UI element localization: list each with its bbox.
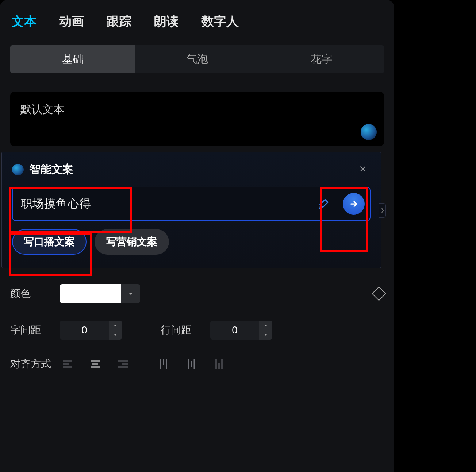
align-label: 对齐方式 (10, 357, 54, 371)
divider (10, 84, 384, 84)
tab-tracking[interactable]: 跟踪 (107, 13, 131, 30)
chevron-up-icon (264, 324, 268, 327)
line-spacing-stepper[interactable]: 0 (210, 321, 272, 340)
char-spacing-value: 0 (60, 324, 109, 336)
text-properties: 颜色 字间距 0 行间距 0 (10, 284, 384, 371)
smart-copy-title: 智能文案 (30, 162, 73, 177)
chip-narration-copy[interactable]: 写口播文案 (12, 229, 87, 255)
char-spacing-label: 字间距 (10, 323, 54, 337)
color-picker[interactable] (60, 284, 140, 303)
expand-handle[interactable] (379, 203, 386, 218)
smart-copy-header: 智能文案 (12, 161, 371, 178)
text-panel: 文本 动画 跟踪 朗读 数字人 基础 气泡 花字 默认文本 智能文案 (0, 0, 394, 472)
subtab-fancy[interactable]: 花字 (260, 45, 384, 73)
char-spacing-up[interactable] (109, 321, 122, 330)
smart-copy-input[interactable] (13, 187, 311, 220)
line-spacing-value: 0 (210, 324, 259, 336)
align-group (60, 357, 227, 371)
align-row: 对齐方式 (10, 357, 384, 371)
ai-orb-button[interactable] (361, 124, 377, 140)
line-spacing-label: 行间距 (161, 323, 204, 337)
magic-wand-button[interactable] (311, 197, 336, 210)
tab-text[interactable]: 文本 (12, 13, 37, 30)
line-spacing-down[interactable] (259, 330, 272, 340)
color-dropdown[interactable] (121, 284, 140, 303)
valign-middle-icon (187, 359, 196, 370)
subtab-bubble[interactable]: 气泡 (135, 45, 259, 73)
send-button[interactable] (343, 193, 365, 215)
text-content-input[interactable]: 默认文本 (10, 92, 384, 146)
align-left-icon (62, 360, 73, 368)
chevron-down-icon (114, 333, 117, 336)
chevron-down-icon (264, 333, 268, 336)
spacing-row: 字间距 0 行间距 0 (10, 321, 384, 340)
valign-top-icon (159, 359, 168, 370)
valign-bottom-button[interactable] (211, 357, 227, 371)
align-left-button[interactable] (60, 357, 75, 371)
close-icon (358, 164, 368, 174)
top-tabs: 文本 动画 跟踪 朗读 数字人 (0, 0, 394, 37)
tab-readaloud[interactable]: 朗读 (154, 13, 179, 30)
smart-copy-chips: 写口播文案 写营销文案 (12, 229, 371, 255)
valign-bottom-icon (215, 359, 223, 370)
color-label: 颜色 (10, 287, 54, 301)
char-spacing-stepper[interactable]: 0 (60, 321, 122, 340)
text-content-value: 默认文本 (20, 103, 64, 115)
chevron-up-icon (114, 324, 117, 327)
input-divider (336, 194, 336, 213)
chip-marketing-copy[interactable]: 写营销文案 (95, 229, 169, 255)
subtab-basic[interactable]: 基础 (10, 45, 135, 73)
smart-copy-panel: 智能文案 写口播文案 写营销文案 (1, 152, 381, 268)
align-center-icon (90, 360, 101, 368)
sub-tabs: 基础 气泡 花字 (10, 45, 384, 73)
ai-orb-icon (12, 164, 24, 175)
magic-wand-icon (317, 197, 330, 210)
align-right-icon (118, 360, 128, 368)
arrow-right-icon (349, 199, 358, 209)
line-spacing-up[interactable] (259, 321, 272, 330)
close-button[interactable] (355, 161, 371, 178)
tab-animation[interactable]: 动画 (59, 13, 84, 30)
smart-copy-input-row (12, 187, 371, 221)
keyframe-diamond-icon[interactable] (372, 286, 386, 301)
valign-top-button[interactable] (156, 357, 171, 371)
align-right-button[interactable] (115, 357, 131, 371)
align-center-button[interactable] (88, 357, 103, 371)
chevron-right-icon (381, 207, 384, 214)
color-swatch (60, 284, 121, 303)
chevron-down-icon (128, 291, 134, 297)
char-spacing-down[interactable] (109, 330, 122, 340)
align-separator (143, 358, 143, 370)
color-row: 颜色 (10, 284, 384, 303)
tab-digital-human[interactable]: 数字人 (201, 13, 239, 30)
valign-middle-button[interactable] (184, 357, 199, 371)
